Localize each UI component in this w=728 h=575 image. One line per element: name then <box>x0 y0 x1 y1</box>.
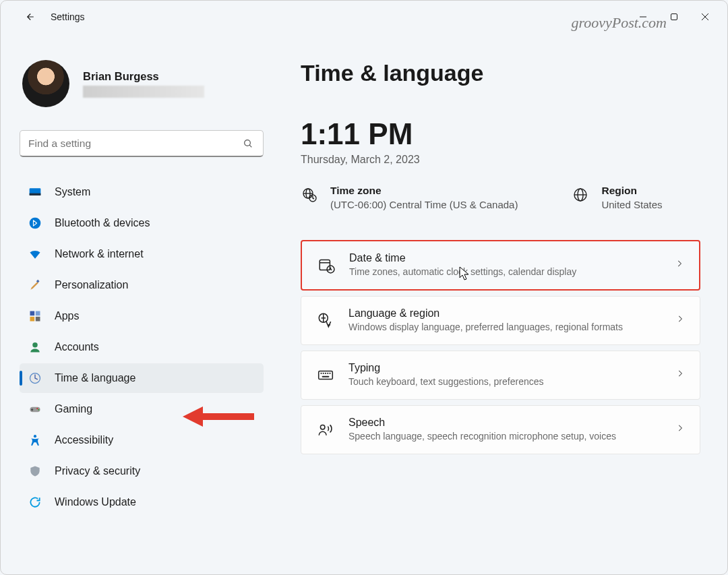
bluetooth-icon <box>28 216 42 231</box>
sidebar-item-label: Time & language <box>55 372 135 384</box>
close-button[interactable] <box>690 3 721 30</box>
setting-title: Typing <box>348 362 662 374</box>
calendar-clock-icon <box>317 255 336 274</box>
paintbrush-icon <box>28 278 42 293</box>
sidebar-item-accounts[interactable]: Accounts <box>20 332 264 362</box>
sidebar-item-label: Privacy & security <box>55 465 140 477</box>
sidebar-item-label: Personalization <box>55 279 128 291</box>
chevron-right-icon <box>675 314 685 326</box>
profile-email-redacted <box>83 86 204 98</box>
language-icon <box>316 311 335 330</box>
update-icon <box>28 495 42 510</box>
avatar <box>22 60 69 107</box>
svg-rect-1 <box>671 14 677 20</box>
timezone-icon <box>301 186 318 204</box>
region-label: Region <box>601 185 662 197</box>
svg-rect-11 <box>36 311 40 316</box>
current-time: 1:11 PM <box>301 117 700 151</box>
sidebar-item-network[interactable]: Network & internet <box>20 239 264 269</box>
sidebar-item-label: Accounts <box>55 341 99 353</box>
sidebar-item-system[interactable]: System <box>20 177 264 207</box>
setting-title: Language & region <box>348 307 662 320</box>
sidebar-item-time-language[interactable]: Time & language <box>20 363 264 393</box>
sidebar-item-label: Windows Update <box>55 496 136 508</box>
setting-desc: Touch keyboard, text suggestions, prefer… <box>348 375 662 388</box>
svg-point-18 <box>38 409 39 411</box>
setting-speech[interactable]: Speech Speech language, speech recogniti… <box>301 405 700 454</box>
region-value: United States <box>601 199 662 210</box>
svg-rect-7 <box>30 193 41 195</box>
svg-rect-13 <box>36 317 40 322</box>
timezone-info[interactable]: Time zone (UTC-06:00) Central Time (US &… <box>301 185 518 210</box>
timezone-label: Time zone <box>330 185 518 197</box>
gamepad-icon <box>28 402 42 417</box>
wifi-icon <box>28 247 42 262</box>
sidebar-item-label: Accessibility <box>55 434 113 446</box>
svg-point-8 <box>30 218 41 229</box>
sidebar-item-gaming[interactable]: Gaming <box>20 394 264 424</box>
sidebar-item-label: Bluetooth & devices <box>55 217 150 229</box>
profile-block[interactable]: Brian Burgess <box>20 60 260 107</box>
svg-line-5 <box>249 145 251 147</box>
svg-rect-29 <box>320 260 330 270</box>
sidebar-item-personalization[interactable]: Personalization <box>20 270 264 300</box>
setting-date-time[interactable]: Date & time Time zones, automatic clock … <box>301 240 700 291</box>
shield-icon <box>28 464 42 479</box>
svg-rect-12 <box>30 317 35 322</box>
accessibility-icon <box>28 433 42 448</box>
search-box[interactable] <box>20 130 264 157</box>
setting-title: Speech <box>348 417 662 429</box>
svg-point-21 <box>34 435 36 437</box>
chevron-right-icon <box>675 423 685 435</box>
region-info[interactable]: Region United States <box>572 185 662 210</box>
apps-icon <box>28 309 42 324</box>
speech-icon <box>316 420 335 439</box>
keyboard-icon <box>316 365 335 384</box>
setting-language-region[interactable]: Language & region Windows display langua… <box>301 296 700 345</box>
sidebar-item-windows-update[interactable]: Windows Update <box>20 487 264 517</box>
sidebar-item-label: Gaming <box>55 403 92 415</box>
chevron-right-icon <box>675 259 684 271</box>
setting-desc: Speech language, speech recognition micr… <box>348 430 662 443</box>
person-icon <box>28 340 42 355</box>
app-title: Settings <box>51 11 85 22</box>
watermark: groovyPost.com <box>571 14 667 32</box>
search-icon <box>241 138 255 149</box>
setting-title: Date & time <box>349 252 661 264</box>
svg-rect-20 <box>31 409 33 410</box>
svg-point-14 <box>32 342 38 348</box>
sidebar-item-bluetooth[interactable]: Bluetooth & devices <box>20 208 264 238</box>
svg-point-4 <box>245 140 251 146</box>
sidebar-item-apps[interactable]: Apps <box>20 301 264 331</box>
profile-name: Brian Burgess <box>83 70 204 83</box>
timezone-value: (UTC-06:00) Central Time (US & Canada) <box>330 199 518 210</box>
svg-point-40 <box>320 425 325 430</box>
sidebar-item-privacy[interactable]: Privacy & security <box>20 456 264 486</box>
setting-desc: Time zones, automatic clock settings, ca… <box>349 266 661 278</box>
search-input[interactable] <box>28 138 241 150</box>
current-date: Thursday, March 2, 2023 <box>301 154 700 166</box>
info-row: Time zone (UTC-06:00) Central Time (US &… <box>301 185 700 210</box>
main-content: Time & language 1:11 PM Thursday, March … <box>267 33 727 574</box>
chevron-right-icon <box>675 369 685 381</box>
sidebar-item-label: System <box>55 186 90 198</box>
page-title: Time & language <box>301 60 700 86</box>
sidebar-item-accessibility[interactable]: Accessibility <box>20 425 264 455</box>
nav-list: System Bluetooth & devices Network & int… <box>20 177 264 517</box>
sidebar-item-label: Network & internet <box>55 248 144 260</box>
setting-typing[interactable]: Typing Touch keyboard, text suggestions,… <box>301 351 700 400</box>
system-icon <box>28 185 42 200</box>
svg-point-17 <box>36 408 38 409</box>
setting-desc: Windows display language, preferred lang… <box>348 321 662 334</box>
svg-rect-33 <box>319 371 333 380</box>
sidebar-item-label: Apps <box>55 310 79 322</box>
sidebar: Brian Burgess System Bluetooth & devi <box>1 33 267 574</box>
clock-globe-icon <box>28 371 42 386</box>
globe-icon <box>572 186 589 204</box>
svg-rect-10 <box>30 311 35 316</box>
back-button[interactable] <box>20 7 38 26</box>
